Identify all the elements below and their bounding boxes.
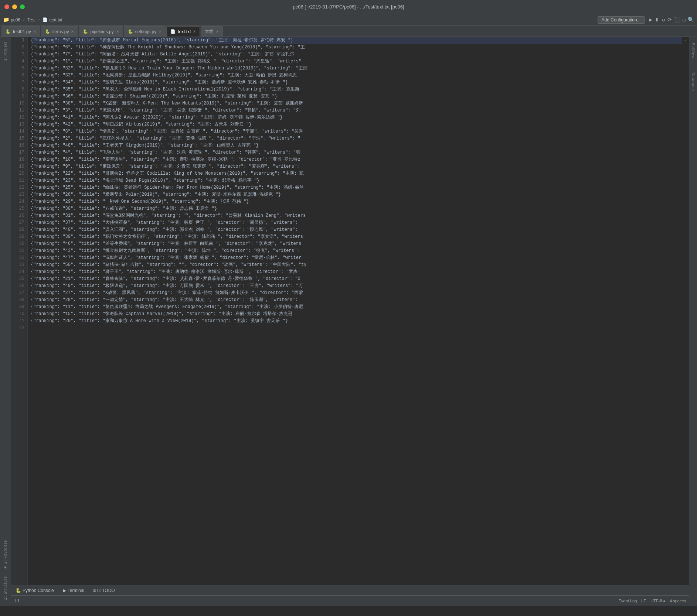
tab-pipelinespy[interactable]: 🐍 pipelines.py ✕ bbox=[79, 26, 123, 37]
line-ending-indicator[interactable]: LF bbox=[641, 599, 646, 603]
code-line[interactable]: {"ranking": "43", "title": "摸金校尉之九幽将军", … bbox=[31, 247, 682, 254]
tab-outline[interactable]: 大纲 ✕ bbox=[201, 26, 223, 37]
terminal-tab[interactable]: ▶ Terminal bbox=[58, 586, 89, 595]
check-cell bbox=[682, 93, 689, 100]
code-line[interactable]: {"ranking": "26", "title": "极寒复出 Polar(2… bbox=[31, 191, 682, 198]
search-icon[interactable]: 🔍 bbox=[688, 17, 694, 23]
line-number: 26 bbox=[11, 212, 24, 219]
code-line[interactable]: {"ranking": "6", "title": "神探蒲松龄 The Kni… bbox=[31, 44, 682, 51]
code-line[interactable]: {"ranking": "9", "title": "廉政风云", "starr… bbox=[31, 163, 682, 170]
close-tab-pipelines[interactable]: ✕ bbox=[116, 30, 119, 34]
code-line[interactable]: {"ranking": "35", "title": "黑衣人: 全球追缉 Me… bbox=[31, 86, 682, 93]
code-line[interactable]: {"ranking": "27", "title": "X战警: 黑凤凰", "… bbox=[31, 290, 682, 297]
close-tab-items[interactable]: ✕ bbox=[71, 30, 74, 34]
tab-itemspy[interactable]: 🐍 items.py ✕ bbox=[41, 26, 78, 37]
code-line[interactable]: {"ranking": "46", "title": "差等生乔曦", "sta… bbox=[31, 240, 682, 247]
pause-icon[interactable]: ⏸ bbox=[654, 17, 660, 23]
close-tab-test01[interactable]: ✕ bbox=[33, 30, 36, 34]
code-line[interactable]: {"ranking": "33", "title": "地狱男爵: 皇血后崛起 … bbox=[31, 72, 682, 79]
tab-texttxt[interactable]: 📄 text.txt ✕ bbox=[166, 26, 200, 37]
code-line[interactable]: {"ranking": "5", "title": "掠食城市 Mortal E… bbox=[31, 37, 682, 44]
check-cell bbox=[682, 100, 689, 107]
maximize-button[interactable] bbox=[20, 4, 25, 9]
code-line[interactable]: {"ranking": "2", "title": "疯狂的外星人", "sta… bbox=[31, 135, 682, 142]
code-line[interactable]: {"ranking": "31", "title": "闯堂兔3囧困时光机", … bbox=[31, 212, 682, 219]
check-cell bbox=[682, 114, 689, 121]
code-line[interactable] bbox=[31, 325, 682, 332]
code-line[interactable]: {"ranking": "3", "title": "流浪地球", "starr… bbox=[31, 107, 682, 114]
code-line[interactable]: {"ranking": "30", "title": "八戒传说", "star… bbox=[31, 205, 682, 212]
line-number: 27 bbox=[11, 219, 24, 226]
sidebar-item-favorites[interactable]: ★ 2: Favorites bbox=[3, 537, 8, 572]
title-bar: pc06 [~/2019-01-07/PC/pc06] - .../Test/t… bbox=[0, 0, 697, 14]
window-controls[interactable] bbox=[4, 4, 25, 9]
todo-tab[interactable]: ≡ 6: TODO bbox=[89, 586, 119, 595]
code-line[interactable]: {"ranking": "8", "title": "情圣2", "starri… bbox=[31, 128, 682, 135]
check-cell bbox=[682, 325, 689, 332]
code-line[interactable]: {"ranking": "7", "title": "阿丽塔: 战斗天使 Ali… bbox=[31, 51, 682, 58]
code-line[interactable]: {"ranking": "29", "title": "一秒钟 One Seco… bbox=[31, 198, 682, 205]
code-line[interactable]: {"ranking": "49", "title": "极限速递", "star… bbox=[31, 283, 682, 290]
sciview-panel[interactable]: SciView bbox=[690, 40, 696, 61]
check-cell bbox=[682, 51, 689, 58]
check-cell bbox=[682, 142, 689, 149]
code-line[interactable]: {"ranking": "1", "title": "新喜剧之王", "star… bbox=[31, 58, 682, 65]
close-tab-text[interactable]: ✕ bbox=[193, 30, 196, 34]
stop-icon[interactable]: ◻ bbox=[683, 17, 686, 23]
check-cell bbox=[682, 297, 689, 304]
sidebar-item-structure[interactable]: Z: Structure bbox=[3, 573, 8, 603]
code-line[interactable]: {"ranking": "21", "title": "森林奇缘", "star… bbox=[31, 276, 682, 283]
nav-pc06[interactable]: pc06 bbox=[11, 17, 20, 23]
tab-test01py[interactable]: 🐍 test01.py ✕ bbox=[1, 26, 40, 37]
code-line[interactable]: {"ranking": "39", "title": "杨门女将之女将初征", … bbox=[31, 233, 682, 240]
nav-texttxt[interactable]: 📄text.txt bbox=[42, 17, 62, 23]
check-cell bbox=[682, 72, 689, 79]
minimize-button[interactable] bbox=[12, 4, 17, 9]
database-panel[interactable]: Database bbox=[690, 69, 696, 94]
run-icon[interactable]: ▶ bbox=[649, 17, 652, 23]
code-line[interactable]: {"ranking": "10", "title": "密室逃生", "star… bbox=[31, 156, 682, 163]
code-line[interactable]: {"ranking": "25", "title": "蜘蛛侠: 英雄远征 Sp… bbox=[31, 184, 682, 191]
line-number: 39 bbox=[11, 304, 24, 311]
line-number: 40 bbox=[11, 311, 24, 318]
nav-test[interactable]: Test bbox=[27, 17, 35, 23]
check-cell bbox=[682, 44, 689, 51]
close-tab-outline[interactable]: ✕ bbox=[216, 30, 219, 34]
code-line[interactable]: {"ranking": "32", "title": "驯龙高手3 How to… bbox=[31, 65, 682, 72]
code-line[interactable]: {"ranking": "22", "title": "哥斯拉2: 怪兽之王 G… bbox=[31, 170, 682, 177]
check-cell bbox=[682, 86, 689, 93]
code-line[interactable]: {"ranking": "48", "title": "王者天下 Kingdom… bbox=[31, 142, 682, 149]
code-line[interactable]: {"ranking": "42", "title": "明日战记 Virtus(… bbox=[31, 121, 682, 128]
code-line[interactable]: {"ranking": "4", "title": "飞驰人生", "starr… bbox=[31, 149, 682, 156]
code-line[interactable]: {"ranking": "36", "title": "雷霆沙赞！ Shazam… bbox=[31, 93, 682, 100]
step-into-icon[interactable]: ⟳ bbox=[667, 17, 672, 23]
code-line[interactable]: {"ranking": "37", "title": "大侦探霍桑", "sta… bbox=[31, 219, 682, 226]
encoding-indicator[interactable]: UTF-8 ♦ bbox=[650, 599, 665, 603]
check-cell bbox=[682, 205, 689, 212]
code-line[interactable]: {"ranking": "11", "title": "复仇者联盟4: 终局之战… bbox=[31, 304, 682, 311]
position-indicator[interactable]: 1:1 bbox=[14, 599, 20, 603]
code-line[interactable]: {"ranking": "41", "title": "阿凡达2 Avatar … bbox=[31, 114, 682, 121]
code-line[interactable]: {"ranking": "15", "title": "惊奇队长 Captain… bbox=[31, 311, 682, 318]
code-line[interactable]: {"ranking": "38", "title": "X战警: 新变种人 X-… bbox=[31, 100, 682, 107]
step-over-icon[interactable]: ↺ bbox=[662, 17, 665, 23]
tab-settingspy[interactable]: 🐍 settings.py ✕ bbox=[124, 26, 166, 37]
close-tab-settings[interactable]: ✕ bbox=[159, 30, 162, 34]
code-content[interactable]: {"ranking": "5", "title": "掠食城市 Mortal E… bbox=[28, 37, 682, 585]
indent-indicator[interactable]: 4 spaces bbox=[670, 599, 686, 603]
step-out-icon[interactable]: ⬛ bbox=[674, 17, 680, 23]
code-line[interactable]: {"ranking": "28", "title": "一吻定情", "star… bbox=[31, 297, 682, 304]
code-line[interactable]: {"ranking": "20", "title": "家和万事惊 A Home… bbox=[31, 318, 682, 325]
code-line[interactable]: {"ranking": "40", "title": "误入江湖", "star… bbox=[31, 226, 682, 233]
close-button[interactable] bbox=[4, 4, 9, 9]
code-line[interactable]: {"ranking": "50", "title": "猪猪侠·猪年吉祥", "… bbox=[31, 261, 682, 268]
code-line[interactable]: {"ranking": "23", "title": "海上浮城 Dead Pi… bbox=[31, 177, 682, 184]
code-line[interactable]: {"ranking": "34", "title": "玻璃先生 Glass(2… bbox=[31, 79, 682, 86]
sidebar-item-project[interactable]: 1: Project bbox=[3, 38, 8, 64]
event-log-button[interactable]: Event Log bbox=[619, 599, 637, 603]
add-configuration-button[interactable]: Add Configuration... bbox=[598, 16, 645, 24]
code-line[interactable]: {"ranking": "47", "title": "沉默的证人", "sta… bbox=[31, 254, 682, 261]
python-console-tab[interactable]: 🐍 Python Console bbox=[11, 586, 58, 595]
line-number: 3 bbox=[11, 51, 24, 58]
code-line[interactable]: {"ranking": "44", "title": "狮子王", "starr… bbox=[31, 268, 682, 276]
